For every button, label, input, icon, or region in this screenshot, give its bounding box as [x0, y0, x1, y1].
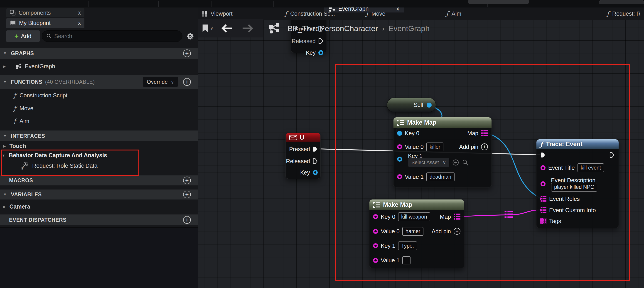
key-pin[interactable] — [313, 170, 318, 175]
event-title-input[interactable]: kill event — [578, 164, 604, 172]
close-tab-icon[interactable]: x — [78, 10, 81, 16]
plus-circle-icon: + — [454, 228, 460, 235]
section-functions[interactable]: ▼ FUNCTIONS (40 OVERRIDABLE) Override ∨ … — [0, 75, 198, 89]
collapse-arrow-icon[interactable]: ▼ — [3, 134, 8, 138]
value0-input[interactable]: hamer — [402, 227, 424, 236]
sidebar-item-move[interactable]: ƒ Move — [0, 105, 198, 112]
event-description-input[interactable]: player killed NPC — [551, 183, 597, 192]
key0-pin[interactable] — [373, 214, 378, 219]
exec-out-pin[interactable] — [610, 152, 614, 158]
value1-pin[interactable] — [373, 258, 378, 263]
expand-arrow-icon[interactable]: ▶ — [3, 204, 6, 208]
exec-pin-hollow-icon[interactable] — [313, 158, 318, 164]
construction-script-icon: ƒ — [14, 92, 16, 99]
tab-components[interactable]: Components x — [6, 8, 84, 17]
override-dropdown[interactable]: Override ∨ — [143, 77, 178, 87]
node-self-title: Self — [414, 102, 424, 108]
add-event-dispatcher-button[interactable]: + — [183, 216, 191, 224]
value1-pin[interactable] — [397, 174, 402, 179]
browse-icon[interactable] — [462, 159, 468, 166]
top-strip-segment — [468, 0, 529, 4]
tab-my-blueprint[interactable]: My Blueprint x — [6, 18, 84, 28]
use-selected-icon[interactable] — [452, 159, 459, 166]
sidebar-item-request-role-static-data[interactable]: ƒ Request: Role Static Data — [0, 162, 198, 170]
sidebar-item-construction-script[interactable]: ƒ Construction Script — [0, 92, 198, 99]
event-description-pin[interactable] — [540, 181, 546, 186]
add-pin-button[interactable]: Add pin+ — [459, 144, 488, 150]
back-button[interactable] — [221, 24, 233, 32]
exec-pin-hollow-icon[interactable] — [318, 38, 323, 44]
key1-pin[interactable] — [373, 243, 378, 248]
section-event-dispatchers[interactable]: EVENT DISPATCHERS + — [0, 214, 198, 225]
expand-arrow-icon[interactable]: ▶ — [3, 64, 6, 68]
self-output-pin[interactable] — [426, 102, 432, 108]
tab-viewport[interactable]: Viewport — [202, 8, 232, 20]
key-pin[interactable] — [318, 50, 323, 55]
function-icon: ƒ — [14, 105, 16, 112]
collapse-arrow-icon[interactable]: ▼ — [3, 51, 8, 56]
search-input[interactable] — [54, 33, 172, 40]
tags-pin[interactable] — [540, 218, 546, 224]
sidebar-empty-area — [0, 228, 198, 288]
exec-in-pin[interactable] — [540, 152, 546, 158]
section-macros[interactable]: MACROS + — [0, 176, 198, 186]
plus-circle-icon: + — [481, 144, 488, 150]
value0-input[interactable]: killer — [426, 142, 444, 152]
add-macro-button[interactable]: + — [183, 176, 191, 184]
value1-input[interactable] — [402, 256, 410, 264]
function-icon: ƒ — [14, 118, 16, 124]
node-self[interactable]: Self — [387, 98, 436, 112]
plus-icon: + — [14, 32, 19, 40]
select-asset-dropdown[interactable]: Select Asset ∨ — [408, 158, 450, 167]
exec-pin-filled-icon[interactable] — [313, 146, 318, 152]
add-button[interactable]: + Add — [6, 30, 40, 42]
value1-label: Value 1 — [381, 257, 400, 264]
section-variables[interactable]: ▼ VARIABLES + — [0, 190, 198, 200]
expand-arrow-icon[interactable]: ▶ — [3, 144, 6, 148]
sidebar-item-aim[interactable]: ƒ Aim — [0, 118, 198, 124]
value0-pin[interactable] — [397, 144, 402, 149]
collapse-arrow-icon[interactable]: ▼ — [3, 192, 8, 196]
map-wire-reroute-icon[interactable] — [504, 210, 513, 218]
search-box[interactable] — [42, 30, 182, 42]
add-pin-button[interactable]: Add pin+ — [432, 228, 460, 235]
value1-input[interactable]: deadman — [426, 172, 454, 181]
close-tab-icon[interactable]: x — [78, 20, 81, 26]
bookmark-dropdown-chevron[interactable]: ∨ — [210, 26, 213, 31]
exec-pin-hollow-icon[interactable] — [318, 26, 323, 32]
node-make-map-1[interactable]: Make Map Key 0 Map Value 0 killer Add pi… — [393, 117, 492, 188]
section-graphs[interactable]: ▼ GRAPHS + — [0, 48, 198, 59]
function-icon: ƒ — [285, 10, 287, 17]
node-trace-event[interactable]: ƒ Trace: Event Event Title kill event Ev… — [536, 139, 619, 228]
sidebar-item-behavior-data-capture[interactable]: ▼ Behavior Data Capture And Analysis — [0, 152, 198, 159]
collapse-arrow-icon[interactable]: ▼ — [2, 154, 5, 157]
key0-pin[interactable] — [397, 131, 402, 136]
add-graph-button[interactable]: + — [183, 50, 191, 57]
forward-button[interactable] — [242, 24, 254, 32]
sidebar-item-camera[interactable]: ▶ Camera — [0, 203, 198, 210]
add-function-button[interactable]: + — [183, 78, 191, 86]
gear-icon[interactable] — [186, 32, 194, 40]
map-container-icon — [373, 202, 380, 208]
event-roles-pin[interactable] — [540, 196, 546, 202]
key1-pin[interactable] — [397, 156, 402, 162]
sidebar-item-eventgraph[interactable]: ▶ EventGraph — [0, 63, 198, 70]
node-make-map-2[interactable]: Make Map Key 0 kill weapon Map Value 0 h… — [369, 199, 464, 268]
add-variable-button[interactable]: + — [183, 191, 191, 198]
book-icon — [10, 20, 16, 26]
event-title-pin[interactable] — [540, 165, 546, 170]
map-output-pin[interactable] — [481, 130, 488, 136]
event-custom-info-pin[interactable] — [540, 207, 546, 213]
node-input-key-u[interactable]: U Pressed Released Key — [286, 133, 321, 179]
value0-pin[interactable] — [373, 229, 378, 234]
key1-input[interactable]: Type: — [398, 242, 417, 250]
section-interfaces[interactable]: ▼ INTERFACES — [0, 130, 198, 142]
key0-input[interactable]: kill weapon — [398, 212, 430, 221]
bookmarks-button[interactable] — [202, 24, 208, 32]
tab-aim[interactable]: ƒ Aim — [446, 8, 461, 20]
sidebar-item-touch[interactable]: ▶ Touch — [0, 143, 198, 149]
make-map-2-title: Make Map — [383, 201, 412, 208]
tab-request-role-static-data[interactable]: ƒ Request: R — [607, 8, 640, 20]
map-output-pin[interactable] — [454, 214, 460, 220]
collapse-arrow-icon[interactable]: ▼ — [3, 80, 8, 84]
